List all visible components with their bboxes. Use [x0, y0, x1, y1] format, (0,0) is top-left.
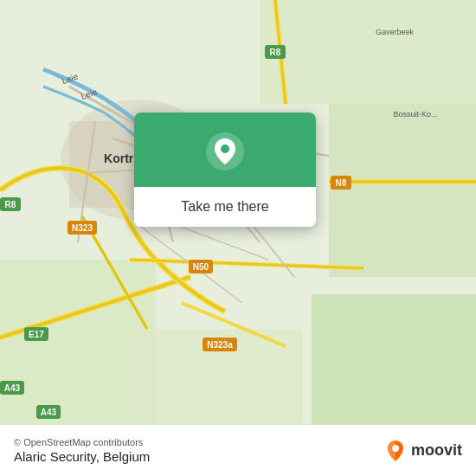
svg-text:N323a: N323a — [207, 340, 233, 350]
svg-point-55 — [392, 445, 399, 452]
moovit-label: moovit — [411, 441, 462, 460]
svg-text:N8: N8 — [336, 178, 347, 188]
svg-text:R8: R8 — [270, 48, 281, 57]
svg-text:A43: A43 — [4, 383, 21, 393]
moovit-pin-icon — [383, 439, 408, 463]
location-pin-icon — [205, 132, 245, 171]
location-name: Alaric Security, Belgium — [14, 449, 150, 464]
svg-point-54 — [221, 145, 229, 153]
map-attribution: © OpenStreetMap contributors — [14, 437, 150, 447]
svg-text:E17: E17 — [29, 330, 44, 339]
svg-text:Gaverbeek: Gaverbeek — [376, 28, 415, 36]
bottom-bar: © OpenStreetMap contributors Alaric Secu… — [0, 424, 476, 476]
map-area: R8 N8 R8 N50 N323 N323a E17 A43 A43 Kort… — [0, 0, 476, 424]
svg-rect-2 — [329, 104, 476, 277]
svg-text:Bossuit-Ko...: Bossuit-Ko... — [393, 110, 437, 119]
popup-card: Take me there — [134, 113, 316, 227]
svg-rect-1 — [260, 0, 476, 104]
svg-text:A43: A43 — [41, 408, 57, 417]
svg-text:N323: N323 — [72, 223, 93, 233]
svg-text:N50: N50 — [193, 262, 209, 272]
popup-header — [134, 113, 316, 187]
svg-text:R8: R8 — [5, 200, 16, 209]
take-me-there-button[interactable]: Take me there — [134, 187, 316, 227]
svg-rect-4 — [312, 294, 476, 424]
moovit-logo: moovit — [383, 439, 462, 463]
